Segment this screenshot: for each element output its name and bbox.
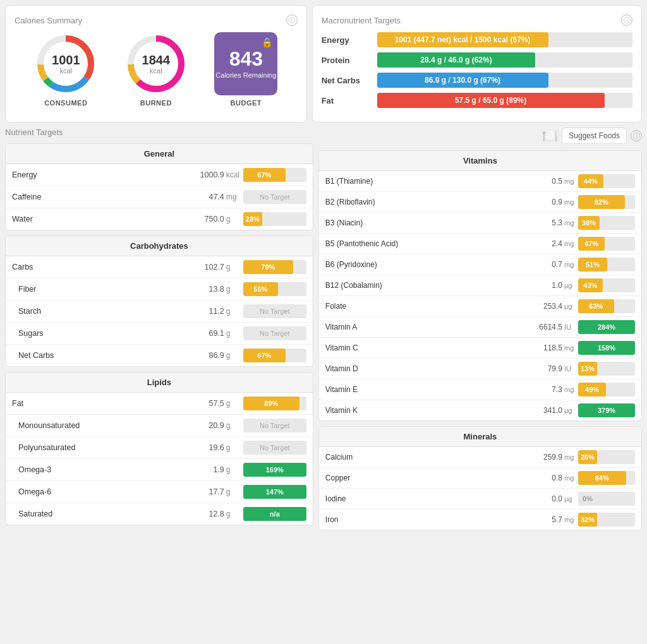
nutrient-row: Polyunsaturated 19.6 g No Target <box>6 437 313 459</box>
vm-value: 0.0 <box>524 494 562 503</box>
vm-name: Copper <box>325 474 524 482</box>
macronutrient-info-icon[interactable]: ⓘ <box>621 15 632 26</box>
vm-name: B1 (Thiamine) <box>325 177 524 186</box>
calories-summary-info-icon[interactable]: ⓘ <box>286 15 298 26</box>
vm-unit: mg <box>562 386 578 393</box>
carbs-table: Carbohydrates Carbs 102.7 g 79% Fiber 13… <box>5 236 313 367</box>
macro-row: Fat 57.5 g / 65.0 g (89%) <box>322 93 632 108</box>
vm-unit: mg <box>562 474 578 482</box>
vm-value: 6614.5 <box>524 323 562 331</box>
vm-pct-container: 44% <box>578 174 635 188</box>
vm-row: Vitamin D 79.9 IU 13% <box>319 359 641 379</box>
nutrient-row: Fiber 13.8 g 55% <box>6 278 313 301</box>
pct-bar: 79% <box>243 260 293 274</box>
pct-bar: 55% <box>243 282 278 296</box>
macro-row: Energy 1001 (447.7 net) kcal / 1500 kcal… <box>322 32 632 47</box>
vm-value: 7.3 <box>524 385 562 394</box>
vm-pct-container: 158% <box>578 341 635 355</box>
vm-pct-container: 84% <box>578 471 635 485</box>
vm-name: B6 (Pyridoxine) <box>325 260 524 269</box>
nutrient-value: 17.7 <box>174 487 224 496</box>
charts-row: 1001 kcal CONSUMED <box>15 32 298 107</box>
vm-row: B6 (Pyridoxine) 0.7 mg 51% <box>319 254 641 275</box>
vm-pct-text: 32% <box>578 516 597 523</box>
vm-row: B1 (Thiamine) 0.5 mg 44% <box>319 171 641 192</box>
vm-row: Iodine 0.0 µg 0% <box>319 489 641 510</box>
na-text: n/a <box>267 510 282 518</box>
vm-pct-container: 43% <box>578 278 635 292</box>
vm-pct-bar: 51% <box>578 258 607 271</box>
vm-pct-text: 44% <box>581 177 600 185</box>
consumed-unit: kcal <box>52 67 80 75</box>
suggest-foods-area: 🍽️ Suggest Foods ⓘ <box>542 128 642 144</box>
nutrient-row: Energy 1000.9 kcal 67% <box>6 164 313 186</box>
vm-row: Vitamin C 118.5 mg 158% <box>319 338 641 359</box>
no-target-container: No Target <box>243 190 306 204</box>
vm-row: Vitamin E 7.3 mg 49% <box>319 379 641 400</box>
vm-pct-text: 63% <box>586 302 605 310</box>
vm-pct-bar: 44% <box>578 174 603 188</box>
vm-name: B12 (Cobalamin) <box>325 281 524 290</box>
vm-pct-text: 47% <box>582 240 601 247</box>
vm-pct-container: 49% <box>578 383 635 397</box>
nutrient-value: 19.6 <box>174 443 224 452</box>
vm-pct-bar: 26% <box>578 450 597 464</box>
vm-pct-container: 32% <box>578 513 635 527</box>
vm-pct-text: 82% <box>592 198 611 206</box>
nutrient-name: Caffeine <box>12 193 174 201</box>
vm-unit: µg <box>562 282 578 289</box>
nutrient-value: 13.8 <box>174 285 224 294</box>
nutrient-name: Net Carbs <box>18 351 174 360</box>
pct-text: 67% <box>255 171 274 179</box>
budget-lock-icon: 🔒 <box>262 37 272 47</box>
burned-value: 1844 <box>142 53 171 67</box>
pct-bar-container: 67% <box>243 349 306 362</box>
vm-value: 2.4 <box>524 239 562 248</box>
pct-text: 147% <box>263 488 286 496</box>
vm-pct-container: 82% <box>578 195 635 209</box>
nutrient-unit: g <box>224 487 243 496</box>
nutrient-unit: g <box>224 510 243 518</box>
vm-name: B2 (Riboflavin) <box>325 198 524 206</box>
vm-unit: µg <box>562 302 578 310</box>
vm-pct-container: 26% <box>578 450 635 464</box>
vm-pct-container: 284% <box>578 320 635 334</box>
na-bar: n/a <box>243 507 306 521</box>
nutrient-name: Omega-3 <box>18 465 174 474</box>
no-target-label: No Target <box>243 330 306 337</box>
nutrient-row: Starch 11.2 g No Target <box>6 301 313 323</box>
pct-bar: 147% <box>243 485 306 499</box>
nutrient-value: 69.1 <box>174 329 224 338</box>
burned-unit: kcal <box>142 67 171 75</box>
vm-pct-bar: 284% <box>578 320 635 334</box>
vm-name: Calcium <box>325 453 524 462</box>
vm-name: Vitamin C <box>325 343 524 352</box>
vm-unit: IU <box>562 323 578 331</box>
vm-pct-bar: 32% <box>578 513 597 527</box>
top-row: Calories Summary ⓘ <box>5 5 642 122</box>
nutrient-row: Sugars 69.1 g No Target <box>6 323 313 345</box>
vm-name: Vitamin K <box>325 406 524 415</box>
consumed-value: 1001 <box>52 53 80 67</box>
vm-pct-bar: 63% <box>578 299 614 313</box>
vm-unit: µg <box>562 495 578 503</box>
vitamins-table: Vitamins B1 (Thiamine) 0.5 mg 44% B2 (Ri… <box>318 150 642 421</box>
budget-box: 🔒 843 Calories Remaining <box>214 32 277 95</box>
vm-unit: mg <box>562 219 578 227</box>
nutrient-value: 102.7 <box>174 263 224 271</box>
vm-unit: mg <box>562 261 578 268</box>
suggest-foods-button[interactable]: Suggest Foods <box>562 128 627 144</box>
vm-row: B2 (Riboflavin) 0.9 mg 82% <box>319 192 641 213</box>
nutrient-row: Saturated 12.8 g n/a <box>6 503 313 525</box>
nutrient-value: 11.2 <box>174 307 224 316</box>
nutrient-name: Saturated <box>18 510 174 518</box>
no-target-label: No Target <box>243 307 306 315</box>
vm-pct-text: 38% <box>579 219 598 227</box>
vm-value: 118.5 <box>524 343 562 352</box>
vm-pct-bar: 13% <box>578 362 597 376</box>
suggest-foods-info-icon[interactable]: ⓘ <box>631 130 642 141</box>
no-target-container: No Target <box>243 304 306 318</box>
nutrient-row: Monounsaturated 20.9 g No Target <box>6 415 313 437</box>
no-target-label: No Target <box>243 193 306 201</box>
vm-value: 341.0 <box>524 406 562 415</box>
